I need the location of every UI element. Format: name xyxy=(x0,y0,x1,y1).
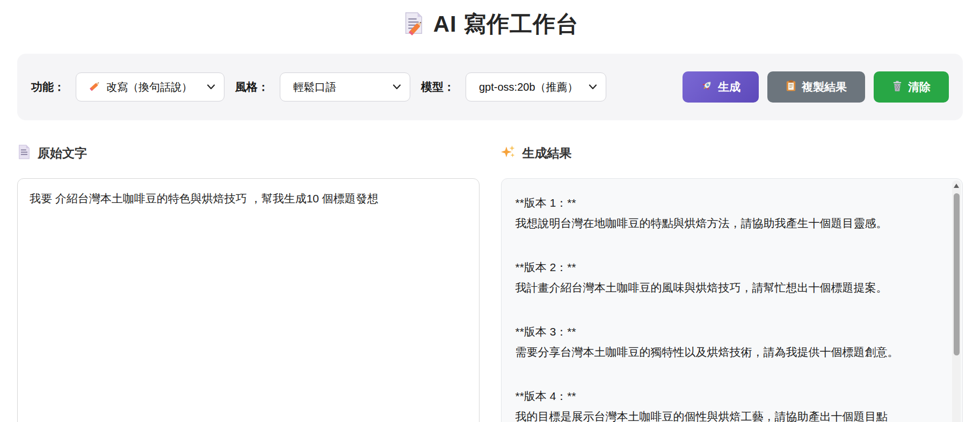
result-block-title: **版本 4：** xyxy=(516,386,937,406)
source-textarea[interactable]: 我要 介紹台灣本土咖啡豆的特色與烘焙技巧 ，幫我生成10 個標題發想 xyxy=(17,178,480,422)
model-select[interactable]: gpt-oss:20b（推薦） xyxy=(466,72,606,101)
result-block-title: **版本 3：** xyxy=(516,322,937,342)
copy-result-button-label: 複製結果 xyxy=(802,79,847,94)
result-scrollbar[interactable] xyxy=(952,180,961,422)
clear-button-label: 清除 xyxy=(908,79,931,94)
page-icon xyxy=(17,144,31,162)
result-block: **版本 4：** 我的目標是展示台灣本土咖啡豆的個性與烘焙工藝，請協助產出十個… xyxy=(516,386,937,422)
source-panel-header: 原始文字 xyxy=(17,144,480,162)
result-panel-title: 生成結果 xyxy=(522,145,572,162)
memo-icon xyxy=(401,11,426,38)
clear-button[interactable]: 清除 xyxy=(874,71,949,103)
model-select-value: gpt-oss:20b（推薦） xyxy=(479,80,580,94)
sparkles-icon xyxy=(501,144,516,162)
chevron-down-icon xyxy=(393,82,401,92)
chevron-down-icon xyxy=(207,82,215,92)
result-output[interactable]: **版本 1：** 我想說明台灣在地咖啡豆的特點與烘焙方法，請協助我產生十個題目… xyxy=(501,178,963,422)
source-panel-title: 原始文字 xyxy=(38,145,87,162)
style-label: 風格： xyxy=(235,79,269,94)
result-block: **版本 2：** 我計畫介紹台灣本土咖啡豆的風味與烘焙技巧，請幫忙想出十個標題… xyxy=(516,257,937,298)
result-block-text: 需要分享台灣本土咖啡豆的獨特性以及烘焙技術，請為我提供十個標題創意。 xyxy=(516,342,937,362)
function-label: 功能： xyxy=(31,79,65,94)
content-columns: 原始文字 我要 介紹台灣本土咖啡豆的特色與烘焙技巧 ，幫我生成10 個標題發想 … xyxy=(17,132,963,422)
rocket-icon xyxy=(701,80,713,94)
pencil-icon xyxy=(89,80,101,94)
model-label: 模型： xyxy=(421,79,455,94)
result-block-text: 我的目標是展示台灣本土咖啡豆的個性與烘焙工藝，請協助產出十個題目點 xyxy=(516,406,937,422)
toolbar: 功能： 改寫（換句話說） 風格： 輕鬆口語 xyxy=(17,54,963,120)
result-block-title: **版本 1：** xyxy=(516,193,937,213)
result-panel: 生成結果 **版本 1：** 我想說明台灣在地咖啡豆的特點與烘焙方法，請協助我產… xyxy=(501,132,963,422)
generate-button[interactable]: 生成 xyxy=(683,71,759,103)
page-title: AI 寫作工作台 xyxy=(433,9,579,39)
result-block-text: 我計畫介紹台灣本土咖啡豆的風味與烘焙技巧，請幫忙想出十個標題提案。 xyxy=(516,278,937,298)
result-scrollbar-thumb[interactable] xyxy=(954,193,960,355)
trash-icon xyxy=(892,80,903,94)
clipboard-icon xyxy=(786,80,796,94)
app-header: AI 寫作工作台 xyxy=(17,0,963,40)
function-select[interactable]: 改寫（換句話說） xyxy=(76,72,224,101)
style-select[interactable]: 輕鬆口語 xyxy=(280,72,410,101)
result-panel-body: **版本 1：** 我想說明台灣在地咖啡豆的特點與烘焙方法，請協助我產生十個題目… xyxy=(501,178,963,422)
result-block-title: **版本 2：** xyxy=(516,257,937,278)
result-panel-header: 生成結果 xyxy=(501,144,963,162)
function-select-value: 改寫（換句話說） xyxy=(106,80,198,94)
copy-result-button[interactable]: 複製結果 xyxy=(767,71,865,103)
result-block: **版本 3：** 需要分享台灣本土咖啡豆的獨特性以及烘焙技術，請為我提供十個標… xyxy=(516,322,937,362)
chevron-down-icon xyxy=(589,82,597,92)
result-block-text: 我想說明台灣在地咖啡豆的特點與烘焙方法，請協助我產生十個題目靈感。 xyxy=(516,213,937,234)
toolbar-buttons: 生成 複製結果 xyxy=(683,71,949,103)
style-select-value: 輕鬆口語 xyxy=(293,80,384,94)
source-panel: 原始文字 我要 介紹台灣本土咖啡豆的特色與烘焙技巧 ，幫我生成10 個標題發想 xyxy=(17,132,480,422)
result-block: **版本 1：** 我想說明台灣在地咖啡豆的特點與烘焙方法，請協助我產生十個題目… xyxy=(516,193,937,234)
source-panel-body: 我要 介紹台灣本土咖啡豆的特色與烘焙技巧 ，幫我生成10 個標題發想 xyxy=(17,178,480,422)
scroll-up-arrow-icon[interactable] xyxy=(954,184,959,188)
page: AI 寫作工作台 功能： 改寫（換句話說） 風格： xyxy=(0,0,980,422)
generate-button-label: 生成 xyxy=(718,79,741,94)
